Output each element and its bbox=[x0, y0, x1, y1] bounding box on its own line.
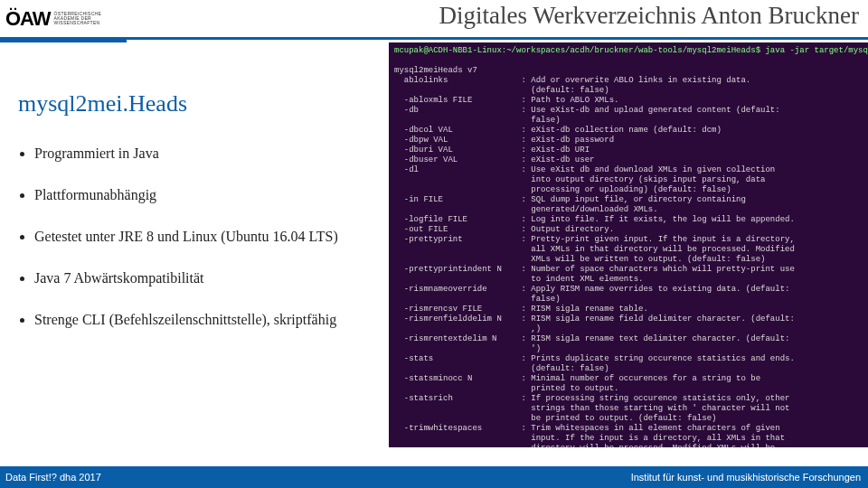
accent-bar bbox=[0, 40, 127, 42]
section-title: mysql2mei.Heads bbox=[18, 90, 380, 117]
header-bar: ÖAW ÖSTERREICHISCHE AKADEMIE DER WISSENS… bbox=[0, 0, 868, 40]
content-left: mysql2mei.Heads Programmiert in Java Pla… bbox=[18, 90, 380, 352]
footer-right: Institut für kunst- und musikhistorische… bbox=[570, 466, 868, 488]
list-item: Getestet unter JRE 8 und Linux (Ubuntu 1… bbox=[18, 228, 380, 246]
terminal-prompt: mcupak@ACDH-NBB1-Linux:~/workspaces/acdh… bbox=[394, 46, 868, 55]
list-item: Strenge CLI (Befehlszeilenschnittstelle)… bbox=[18, 311, 380, 329]
terminal-screenshot: mcupak@ACDH-NBB1-Linux:~/workspaces/acdh… bbox=[389, 42, 868, 447]
logo-block: ÖAW ÖSTERREICHISCHE AKADEMIE DER WISSENS… bbox=[0, 7, 101, 31]
footer-mid bbox=[131, 466, 570, 488]
logo-sub-line: WISSENSCHAFTEN bbox=[54, 21, 102, 25]
page-title: Digitales Werkverzeichnis Anton Bruckner bbox=[439, 2, 859, 30]
footer-left: Data First!? dha 2017 bbox=[0, 466, 131, 488]
slide-root: ÖAW ÖSTERREICHISCHE AKADEMIE DER WISSENS… bbox=[0, 0, 868, 488]
footer-bar: Data First!? dha 2017 Institut für kunst… bbox=[0, 466, 868, 488]
logo-subtext: ÖSTERREICHISCHE AKADEMIE DER WISSENSCHAF… bbox=[54, 12, 102, 25]
bullet-list: Programmiert in Java Plattformunabhängig… bbox=[18, 145, 380, 329]
list-item: Plattformunabhängig bbox=[18, 186, 380, 204]
terminal-body: mysql2meiHeads v7 ablolinks : Add or ove… bbox=[394, 66, 795, 447]
list-item: Java 7 Abwärtskompatibilität bbox=[18, 269, 380, 287]
list-item: Programmiert in Java bbox=[18, 145, 380, 163]
logo-main: ÖAW bbox=[5, 7, 51, 31]
